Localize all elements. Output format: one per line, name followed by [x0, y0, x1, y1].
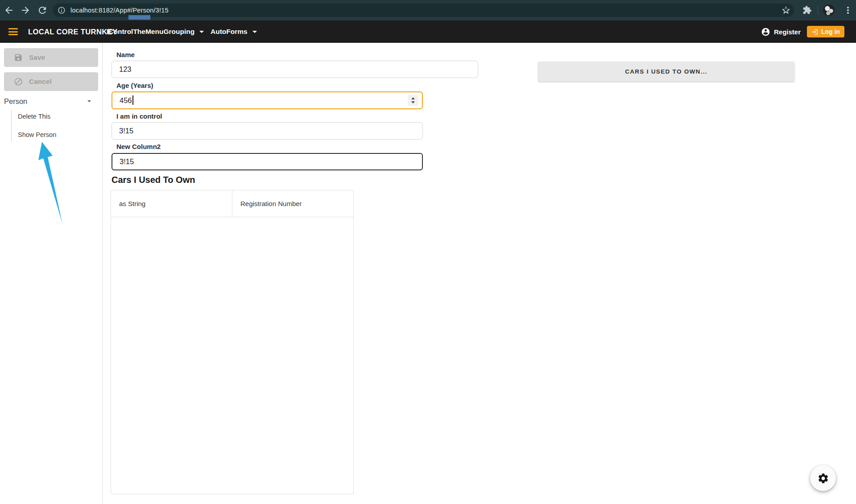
extensions-icon[interactable]: [802, 5, 812, 15]
login-button[interactable]: Log in: [807, 26, 844, 37]
settings-fab[interactable]: [810, 465, 836, 491]
column-header-as-string[interactable]: as String: [111, 190, 232, 217]
cars-table-heading: Cars I Used To Own: [112, 175, 195, 185]
login-label: Log in: [821, 28, 840, 35]
sidebar-section-person[interactable]: Person: [4, 95, 95, 108]
save-button[interactable]: Save: [4, 48, 98, 67]
cancel-label: Cancel: [29, 78, 52, 86]
browser-forward-icon[interactable]: [20, 5, 31, 16]
register-link[interactable]: Register: [761, 21, 801, 43]
i-am-in-control-input[interactable]: [112, 122, 423, 140]
new-column2-input[interactable]: [112, 153, 423, 170]
sidebar: Save Cancel Person Delete This Show Pers…: [0, 43, 103, 504]
browser-reload-icon[interactable]: [37, 5, 48, 16]
spinner-down-icon[interactable]: [411, 101, 415, 103]
sidebar-item-delete-this[interactable]: Delete This: [12, 110, 96, 123]
address-bar[interactable]: localhost:8182/App#/Person/3!15: [53, 4, 794, 17]
browser-back-icon[interactable]: [4, 5, 14, 16]
menu-autoforms[interactable]: AutoForms: [211, 21, 257, 43]
new-column2-label: New Column2: [116, 141, 161, 152]
profile-avatar[interactable]: [823, 4, 835, 16]
cars-table: as String Registration Number: [111, 190, 354, 494]
account-circle-icon: [761, 27, 770, 37]
cars-table-header: as String Registration Number: [111, 190, 353, 217]
age-input[interactable]: [112, 91, 423, 109]
save-floppy-icon: [14, 53, 23, 62]
cancel-block-icon: [14, 77, 23, 86]
age-label: Age (Years): [116, 80, 153, 91]
url-text[interactable]: localhost:8182/App#/Person/3!15: [70, 7, 169, 14]
chevron-down-icon: [199, 31, 204, 33]
page-info-icon[interactable]: [58, 6, 66, 14]
cars-i-used-to-own-button[interactable]: CARS I USED TO OWN...: [538, 62, 794, 82]
collapse-caret-icon: [87, 100, 91, 102]
person-section-label: Person: [4, 97, 27, 106]
register-label: Register: [774, 28, 801, 36]
column-header-registration-number[interactable]: Registration Number: [232, 190, 353, 217]
gear-icon: [817, 472, 829, 484]
app-bar: LOCAL CORE TURNKEY IControlTheMenuGroupi…: [0, 21, 856, 43]
menu-icontrolthemenugrouping[interactable]: IControlTheMenuGrouping: [107, 21, 204, 43]
app-title: LOCAL CORE TURNKEY: [28, 21, 117, 43]
name-input[interactable]: [112, 61, 478, 78]
number-spinner[interactable]: [408, 95, 418, 106]
spinner-up-icon[interactable]: [411, 97, 415, 99]
browser-menu-icon[interactable]: [843, 5, 853, 16]
autoforms-label: AutoForms: [211, 21, 248, 43]
sidebar-item-show-person[interactable]: Show Person: [12, 128, 96, 141]
i-am-in-control-label: I am in control: [116, 111, 162, 122]
name-label: Name: [116, 50, 135, 60]
url-annotation-highlight: [128, 15, 150, 20]
toolbar-divider: [818, 6, 818, 14]
save-label: Save: [29, 54, 45, 62]
cars-table-body: [111, 217, 353, 494]
browser-chrome: localhost:8182/App#/Person/3!15: [0, 0, 856, 21]
text-cursor: [132, 95, 133, 105]
cancel-button[interactable]: Cancel: [4, 72, 98, 91]
chevron-down-icon: [252, 31, 257, 33]
menu-grouping-label: IControlTheMenuGrouping: [107, 21, 194, 43]
bookmark-star-icon[interactable]: [781, 5, 791, 15]
person-section-items: Delete This Show Person: [11, 110, 96, 141]
login-icon: [811, 29, 818, 35]
hamburger-menu-icon[interactable]: [8, 28, 18, 35]
